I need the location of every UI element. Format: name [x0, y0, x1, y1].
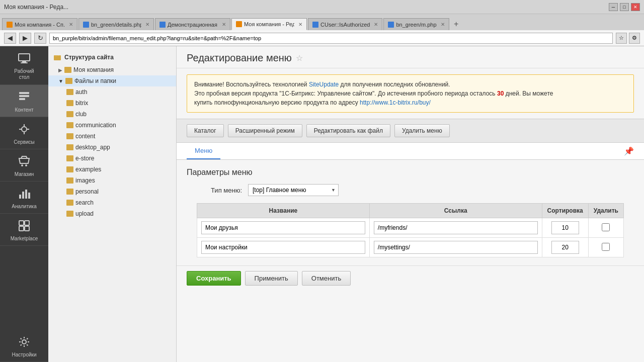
cancel-button[interactable]: Отменить	[302, 271, 351, 286]
nav-item-images[interactable]: images	[48, 175, 176, 186]
arrow-icon: ▶	[58, 67, 62, 73]
forward-button[interactable]: ▶	[19, 33, 31, 44]
sidebar-item-content[interactable]: Контент	[0, 85, 48, 117]
nav-label-company: Моя компания	[73, 66, 114, 73]
sidebar-label-marketplace: Marketplace	[11, 236, 38, 241]
alert-suffix: для получения последних обновлений.	[339, 81, 450, 88]
nav-item-communication[interactable]: communication	[48, 120, 176, 131]
delete-checkbox-1[interactable]	[602, 223, 610, 231]
maximize-button[interactable]: □	[620, 3, 629, 11]
svg-point-12	[25, 164, 27, 166]
nav-label-estore: e-store	[75, 155, 94, 162]
browser-tab-4[interactable]: Моя компания - Реда... ✕	[231, 18, 307, 30]
nav-item-club[interactable]: club	[48, 109, 176, 120]
star-icon[interactable]: ☆	[296, 53, 303, 63]
nav-item-estore[interactable]: e-store	[48, 153, 176, 164]
svg-rect-22	[54, 55, 61, 60]
catalog-button[interactable]: Каталог	[187, 124, 224, 137]
tab-close-2[interactable]: ✕	[145, 22, 149, 27]
nav-label-search: search	[75, 199, 94, 206]
url-input-2[interactable]	[374, 241, 538, 254]
browser-tab-5[interactable]: CUser::IsAuthorized ✕	[308, 18, 382, 30]
tab-close-4[interactable]: ✕	[298, 22, 302, 27]
tab-favicon-5	[312, 22, 318, 28]
menu-type-select[interactable]: [top] Главное меню	[248, 184, 339, 196]
sidebar-item-services[interactable]: Сервисы	[0, 117, 48, 149]
address-bar: ◀ ▶ ↻ ☆ ⚙	[0, 30, 644, 46]
nav-item-files[interactable]: ▼ Файлы и папки	[48, 75, 176, 86]
browser-tab-1[interactable]: Моя компания - Сп... ✕	[2, 18, 77, 30]
tab-label-5: CUser::IsAuthorized	[320, 22, 370, 28]
folder-files-icon	[65, 78, 72, 84]
url-input-1[interactable]	[374, 221, 538, 234]
alert-line1: Внимание! Воспользуйтесь технологией Sit…	[194, 80, 626, 89]
tab-favicon-1	[7, 22, 13, 28]
tab-label-1: Моя компания - Сп...	[15, 22, 65, 28]
sort-input-1[interactable]	[551, 221, 579, 234]
nav-item-desktop_app[interactable]: desktop_app	[48, 142, 176, 153]
siteupdate-link[interactable]: SiteUpdate	[309, 81, 339, 88]
name-input-2[interactable]	[201, 241, 365, 254]
browser-tab-6[interactable]: bn_green/m.php ✕	[383, 18, 449, 30]
buy-link[interactable]: http://www.1c-bitrix.ru/buy/	[360, 99, 431, 106]
folder-desktop_app-icon	[66, 144, 73, 150]
cell-name-2	[197, 238, 370, 257]
svg-point-11	[21, 164, 23, 166]
sidebar-item-marketplace[interactable]: Marketplace	[0, 214, 48, 246]
tab-menu[interactable]: Меню	[187, 143, 220, 159]
nav-item-content[interactable]: content	[48, 131, 176, 142]
sidebar-label-shop: Магазин	[15, 171, 34, 177]
back-button[interactable]: ◀	[4, 33, 16, 44]
folder-images-icon	[66, 177, 73, 184]
nav-label-upload: upload	[75, 210, 94, 217]
delete-checkbox-2[interactable]	[602, 243, 610, 251]
tab-label-4: Моя компания - Реда...	[244, 21, 294, 27]
name-input-1[interactable]	[201, 221, 365, 234]
close-button[interactable]: ✕	[631, 3, 640, 11]
table-row	[197, 238, 624, 257]
cell-name-1	[197, 218, 370, 238]
nav-item-examples[interactable]: examples	[48, 164, 176, 175]
sidebar-item-settings[interactable]: Настройки	[0, 330, 48, 362]
folder-content-icon	[66, 133, 73, 139]
nav-item-search[interactable]: search	[48, 197, 176, 208]
sidebar-item-analytics[interactable]: Аналитика	[0, 182, 48, 214]
tab-close-6[interactable]: ✕	[441, 22, 445, 27]
site-structure-icon	[53, 53, 61, 61]
tab-favicon-4	[236, 21, 242, 27]
delete-menu-button[interactable]: Удалить меню	[394, 124, 450, 137]
sort-input-2[interactable]	[551, 241, 579, 254]
nav-item-personal[interactable]: personal	[48, 186, 176, 197]
folder-bitrix-icon	[66, 100, 73, 106]
arrow-expanded-icon: ▼	[58, 78, 63, 84]
tab-favicon-3	[159, 22, 166, 28]
refresh-button[interactable]: ↻	[34, 33, 46, 44]
pin-icon: 📌	[624, 146, 634, 156]
apply-button[interactable]: Применить	[245, 271, 298, 286]
minimize-button[interactable]: ─	[609, 3, 618, 11]
nav-label-bitrix: bitrix	[75, 100, 88, 107]
sidebar-item-desktop[interactable]: Рабочийстол	[0, 46, 48, 85]
browser-tab-2[interactable]: bn_green/details.php... ✕	[78, 18, 154, 30]
nav-item-auth[interactable]: auth	[48, 86, 176, 98]
tab-close-5[interactable]: ✕	[374, 22, 378, 27]
sidebar-item-shop[interactable]: Магазин	[0, 149, 48, 182]
tab-favicon-6	[388, 22, 394, 28]
page-title-text: Редактирование меню	[187, 52, 292, 64]
edit-as-file-button[interactable]: Редактировать как файл	[306, 124, 390, 137]
nav-label-content: content	[75, 133, 95, 140]
new-tab-button[interactable]: +	[450, 18, 462, 30]
tab-close-1[interactable]: ✕	[69, 22, 73, 27]
advanced-mode-button[interactable]: Расширенный режим	[228, 124, 302, 137]
services-icon	[16, 121, 32, 137]
nav-section-title: Структура сайта	[48, 50, 176, 64]
address-input[interactable]	[49, 33, 613, 44]
nav-item-company[interactable]: ▶ Моя компания	[48, 64, 176, 75]
browser-tab-3[interactable]: Демонстрационная ... ✕	[155, 18, 230, 30]
nav-item-upload[interactable]: upload	[48, 208, 176, 219]
save-button[interactable]: Сохранить	[187, 271, 241, 286]
bookmark-button[interactable]: ☆	[616, 33, 627, 44]
nav-item-bitrix[interactable]: bitrix	[48, 98, 176, 109]
tab-close-3[interactable]: ✕	[222, 22, 226, 27]
settings-browser-button[interactable]: ⚙	[629, 33, 640, 44]
